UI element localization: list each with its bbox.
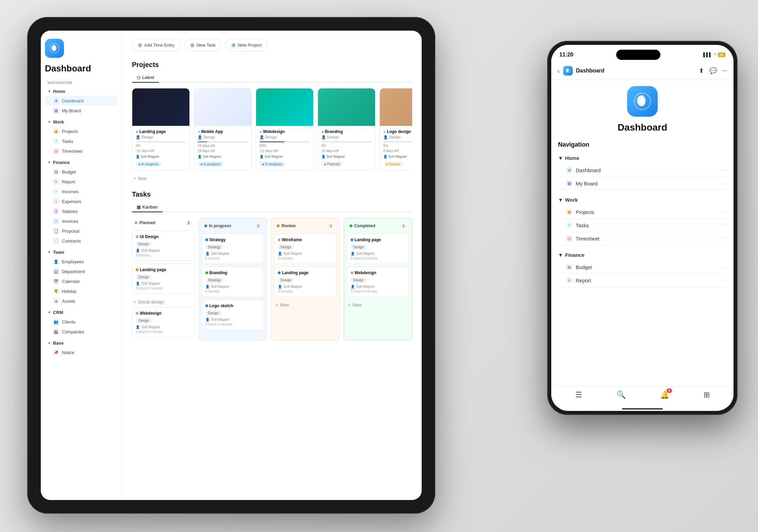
sidebar-item-assets[interactable]: ◈ Assets bbox=[45, 296, 118, 306]
sidebar-item-timesheet[interactable]: ◷ Timesheet bbox=[45, 146, 118, 156]
project-card[interactable]: ● Landing page 👤 Design 0% -11 days left… bbox=[132, 88, 190, 170]
progress-bar bbox=[383, 141, 412, 143]
user-icon: 👤 bbox=[278, 285, 282, 288]
more-options-icon[interactable]: ··· bbox=[720, 180, 727, 186]
phone-content: Dashboard Navigation ▼ Home ⊕ Dashboard … bbox=[551, 79, 734, 386]
sidebar-section-team[interactable]: ▼ Team bbox=[45, 248, 118, 256]
new-project-row[interactable]: + New bbox=[132, 173, 412, 184]
status-badge: ● In progress bbox=[198, 162, 223, 167]
project-name: ● Branding bbox=[321, 129, 372, 134]
sidebar-item-employees[interactable]: 👤 Employees bbox=[45, 257, 118, 266]
new-project-button[interactable]: ⊕ New Project bbox=[225, 39, 267, 51]
add-icon[interactable]: ⊞ bbox=[704, 390, 710, 399]
sidebar-section-work[interactable]: ▼ Work bbox=[45, 118, 118, 126]
board-icon: ▦ bbox=[566, 180, 572, 186]
share-icon[interactable]: ⬆ bbox=[699, 67, 704, 74]
sidebar-section-finance[interactable]: ▼ Finance bbox=[45, 159, 118, 166]
sidebar-item-salaries[interactable]: $ Salaries bbox=[45, 206, 118, 216]
phone-section-work[interactable]: ▼ Work bbox=[558, 194, 727, 205]
sidebar-item-budget[interactable]: ▤ Budget bbox=[45, 167, 118, 177]
sidebar-item-myboard[interactable]: ▦ My Board bbox=[45, 106, 118, 115]
task-card[interactable]: Branding Strategy 👤 Solt Wagner 0 minute… bbox=[202, 267, 264, 297]
sidebar-item-companies[interactable]: 🏬 Companies bbox=[45, 327, 118, 336]
phone-nav-item-label: Tasks bbox=[576, 222, 720, 228]
task-user: 👤 Solt Wagner bbox=[136, 282, 191, 285]
chevron-down-icon: ▼ bbox=[48, 341, 51, 345]
sidebar-item-dashboard[interactable]: ⊕ Dashboard bbox=[45, 96, 118, 105]
menu-icon[interactable]: ☰ bbox=[575, 390, 582, 399]
phone-nav-item-projects[interactable]: ▣ Projects ··· bbox=[558, 205, 727, 219]
phone-nav-item-timesheet[interactable]: ◷ Timesheet ··· bbox=[558, 232, 727, 245]
project-card[interactable]: ● Mobile App 👤 Design 19 days left 19 da… bbox=[194, 88, 252, 170]
chevron-down-icon: ▼ bbox=[48, 120, 51, 124]
task-card[interactable]: Landing page Design 👤 Solt Wagner 5 hour… bbox=[132, 264, 195, 294]
new-task-row[interactable]: + New bbox=[347, 300, 409, 310]
project-card[interactable]: ● Branding 👤 Design 0% 19 days left 👤 So… bbox=[318, 88, 375, 170]
project-name: ● Logo design bbox=[383, 129, 412, 134]
project-card[interactable]: ● Webdesign 👤 Design 50% -11 days left 👤… bbox=[256, 88, 314, 170]
sidebar-item-proposal[interactable]: 📋 Proposal bbox=[45, 226, 118, 236]
sidebar-item-calendar[interactable]: 📅 Calendar bbox=[45, 277, 118, 286]
home-indicator bbox=[622, 408, 663, 410]
sidebar-item-report[interactable]: ≡ Report bbox=[45, 177, 118, 186]
sidebar-item-tasks[interactable]: ✓ Tasks bbox=[45, 136, 118, 146]
phone-nav-item-dashboard[interactable]: ⊕ Dashboard ··· bbox=[558, 164, 727, 177]
task-category: Design bbox=[278, 278, 294, 283]
more-options-icon[interactable]: ··· bbox=[720, 222, 727, 228]
sidebar-item-notice[interactable]: 📌 Notice bbox=[45, 348, 118, 357]
task-card[interactable]: UI Design Design 👤 Solt Wagner 0 minutes bbox=[132, 231, 195, 261]
sidebar-item-department[interactable]: 🏢 Department bbox=[45, 267, 118, 276]
task-user: 👤 Solt Wagner bbox=[136, 249, 191, 252]
sidebar-item-invoices[interactable]: □ Invoices bbox=[45, 216, 118, 226]
sidebar-item-contracts[interactable]: 📄 Contracts bbox=[45, 236, 118, 246]
budget-icon: ▤ bbox=[53, 169, 59, 175]
task-card[interactable]: Webdesign Design 👤 Solt Wagner 3 hours 0… bbox=[347, 267, 409, 297]
status-bar: 11:20 ▌▌▌ ⌔ 26 bbox=[551, 45, 734, 63]
more-options-icon[interactable]: ··· bbox=[720, 277, 727, 283]
chat-icon[interactable]: 💬 bbox=[709, 67, 717, 74]
phone-section-finance[interactable]: ▼ Finance bbox=[558, 249, 727, 261]
sidebar-item-incomes[interactable]: ↑ Incomes bbox=[45, 187, 118, 196]
sidebar-item-holiday[interactable]: 🌴 Holiday bbox=[45, 286, 118, 296]
more-options-icon[interactable]: ··· bbox=[720, 235, 727, 242]
new-task-row[interactable]: + Social design bbox=[132, 297, 195, 307]
sidebar-item-projects[interactable]: ▣ Projects bbox=[45, 127, 118, 136]
phone-section-home[interactable]: ▼ Home bbox=[558, 152, 727, 164]
task-card[interactable]: Landing page Design 👤 Solt Wagner 5 hour… bbox=[347, 234, 409, 264]
add-time-entry-button[interactable]: ⊕ Add Time Entry bbox=[132, 39, 180, 51]
new-project-label: New Project bbox=[238, 43, 262, 48]
more-options-icon[interactable]: ··· bbox=[720, 264, 727, 270]
sidebar-item-expenses[interactable]: ↓ Expenses bbox=[45, 197, 118, 206]
phone-bottom-bar: ☰ 🔍 🔔 4 ⊞ bbox=[551, 386, 734, 406]
tasks-icon: ✓ bbox=[53, 138, 59, 144]
project-card[interactable]: ● Logo design 👤 Design 0% 0 days left 👤 … bbox=[380, 88, 412, 170]
task-card[interactable]: Wireframe Design 👤 Solt Wagner 0 minutes bbox=[274, 234, 337, 264]
phone-nav-item-tasks[interactable]: ✓ Tasks ··· bbox=[558, 219, 727, 232]
sidebar-section-base[interactable]: ▼ Base bbox=[45, 339, 118, 347]
sidebar-item-label: Holiday bbox=[62, 289, 77, 294]
new-task-row[interactable]: + New bbox=[274, 300, 337, 310]
phone-nav-item-budget[interactable]: ▤ Budget ··· bbox=[558, 261, 727, 274]
task-card[interactable]: Logo sketch Design 👤 Solt Wagner 3 hours… bbox=[202, 300, 264, 330]
notifications-icon[interactable]: 🔔 4 bbox=[660, 390, 669, 399]
user-icon: 👤 bbox=[351, 285, 355, 288]
sidebar-section-home[interactable]: ▼ Home bbox=[45, 87, 118, 95]
task-card[interactable]: Strategy Strategy 👤 Solt Wagner 0 minute… bbox=[202, 234, 264, 264]
app-icon bbox=[563, 66, 573, 76]
phone-nav-item-report[interactable]: ≡ Report ··· bbox=[558, 274, 727, 287]
more-icon[interactable]: ··· bbox=[722, 67, 727, 74]
sidebar-item-clients[interactable]: 👥 Clients bbox=[45, 317, 118, 327]
tab-kanban[interactable]: ▦ Kanban bbox=[132, 202, 163, 212]
task-card[interactable]: Webdesign Design 👤 Solt Wagner 5 hours 0… bbox=[132, 307, 195, 337]
user-icon: 👤 bbox=[351, 252, 355, 255]
task-card[interactable]: Landing page Design 👤 Solt Wagner 0 minu… bbox=[274, 267, 337, 297]
search-icon[interactable]: 🔍 bbox=[617, 390, 626, 399]
phone-nav-item-myboard[interactable]: ▦ My Board ··· bbox=[558, 177, 727, 190]
new-task-button[interactable]: ⊕ New Task bbox=[184, 39, 221, 51]
sidebar-section-crm[interactable]: ▼ CRM bbox=[45, 309, 118, 316]
back-button[interactable]: ‹ bbox=[557, 67, 560, 75]
more-options-icon[interactable]: ··· bbox=[720, 209, 727, 215]
user-icon: 👤 bbox=[205, 252, 209, 255]
more-options-icon[interactable]: ··· bbox=[720, 167, 727, 173]
tab-latest[interactable]: ◷ Latest bbox=[132, 73, 159, 83]
